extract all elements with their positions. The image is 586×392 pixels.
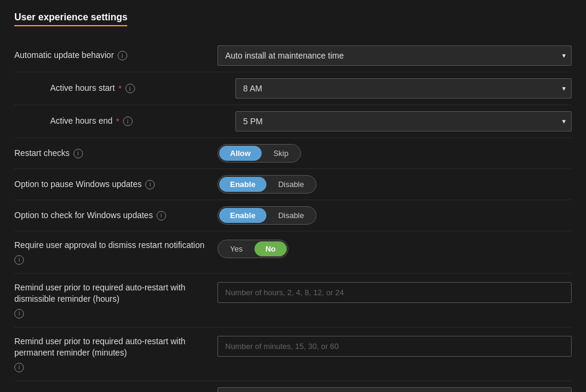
settings-row-automatic-update-behavior: Automatic update behavioriAuto install a… [14,39,572,72]
toggle-btn1-option-pause-updates[interactable]: Enable [219,177,266,192]
label-text-option-check-updates: Option to check for Windows updates [14,210,153,222]
toggle-group-restart-checks: AllowSkip [217,144,301,163]
label-col-active-hours-end: Active hours end*i [32,115,235,127]
toggle-btn2-restart-checks[interactable]: Skip [263,146,299,161]
required-star-active-hours-end: * [116,117,119,126]
text-input-remind-permanent[interactable] [217,336,572,357]
control-col-automatic-update-behavior: Auto install at maintenance timeNotify d… [217,45,572,66]
label-text-active-hours-start: Active hours start [50,82,115,94]
control-col-change-notification-level: Use the default Windows Update notificat… [217,387,572,392]
settings-row-restart-checks: Restart checksiAllowSkip [14,138,572,169]
info-icon-automatic-update-behavior[interactable]: i [118,51,127,60]
dropdown-wrapper-active-hours-start: 12 AM1 AM2 AM3 AM4 AM5 AM6 AM7 AM8 AM9 A… [235,78,572,99]
settings-row-option-pause-updates: Option to pause Windows updatesiEnableDi… [14,169,572,200]
label-col-option-pause-updates: Option to pause Windows updatesi [14,179,217,191]
info-icon-restart-checks[interactable]: i [73,149,83,158]
settings-container: Automatic update behavioriAuto install a… [14,39,572,392]
dropdown-automatic-update-behavior[interactable]: Auto install at maintenance timeNotify d… [217,45,572,66]
toggle-group-option-check-updates: EnableDisable [217,206,317,225]
control-col-require-user-approval: YesNo [217,240,572,258]
toggle-btn1-require-user-approval[interactable]: Yes [219,241,253,256]
settings-row-active-hours-start: Active hours start*i12 AM1 AM2 AM3 AM4 A… [14,72,572,105]
label-text-restart-checks: Restart checks [14,148,70,160]
control-col-remind-dismissible [217,282,572,303]
label-text-automatic-update-behavior: Automatic update behavior [14,50,114,62]
control-col-active-hours-end: 12 AM1 AM2 AM3 AM4 AM5 AM6 AM7 AM8 AM9 A… [235,111,572,131]
required-star-active-hours-start: * [118,84,121,93]
toggle-btn2-option-pause-updates[interactable]: Disable [268,177,315,192]
control-col-restart-checks: AllowSkip [217,144,572,163]
label-col-remind-dismissible: Remind user prior to required auto-resta… [14,282,217,318]
text-input-remind-dismissible[interactable] [217,282,572,303]
label-text-remind-dismissible: Remind user prior to required auto-resta… [14,282,208,305]
label-col-restart-checks: Restart checksi [14,148,217,160]
control-col-active-hours-start: 12 AM1 AM2 AM3 AM4 AM5 AM6 AM7 AM8 AM9 A… [235,78,572,99]
settings-row-option-check-updates: Option to check for Windows updatesiEnab… [14,200,572,231]
control-col-remind-permanent [217,336,572,357]
control-col-option-pause-updates: EnableDisable [217,175,572,194]
label-text-remind-permanent: Remind user prior to required auto-resta… [14,336,208,359]
info-icon-active-hours-start[interactable]: i [125,84,135,93]
dropdown-wrapper-active-hours-end: 12 AM1 AM2 AM3 AM4 AM5 AM6 AM7 AM8 AM9 A… [235,111,572,131]
dropdown-active-hours-end[interactable]: 12 AM1 AM2 AM3 AM4 AM5 AM6 AM7 AM8 AM9 A… [235,111,572,131]
info-icon-remind-dismissible[interactable]: i [14,309,24,318]
dropdown-change-notification-level[interactable]: Use the default Windows Update notificat… [217,387,572,392]
dropdown-wrapper-automatic-update-behavior: Auto install at maintenance timeNotify d… [217,45,572,66]
page-title: User experience settings [14,12,127,26]
label-text-active-hours-end: Active hours end [50,115,112,127]
label-col-automatic-update-behavior: Automatic update behaviori [14,50,217,62]
info-icon-require-user-approval[interactable]: i [14,255,24,265]
control-col-option-check-updates: EnableDisable [217,206,572,225]
toggle-group-option-pause-updates: EnableDisable [217,175,317,194]
dropdown-active-hours-start[interactable]: 12 AM1 AM2 AM3 AM4 AM5 AM6 AM7 AM8 AM9 A… [235,78,572,99]
settings-row-remind-permanent: Remind user prior to required auto-resta… [14,327,572,381]
label-col-option-check-updates: Option to check for Windows updatesi [14,210,217,222]
label-text-require-user-approval: Require user approval to dismiss restart… [14,240,204,252]
info-icon-option-pause-updates[interactable]: i [145,180,155,189]
settings-row-remind-dismissible: Remind user prior to required auto-resta… [14,274,572,327]
toggle-group-require-user-approval: YesNo [217,240,289,258]
toggle-btn1-option-check-updates[interactable]: Enable [219,208,266,223]
settings-row-change-notification-level: Change notification update leveliUse the… [14,381,572,392]
toggle-btn2-require-user-approval[interactable]: No [254,241,286,256]
dropdown-wrapper-change-notification-level: Use the default Windows Update notificat… [217,387,572,392]
toggle-btn1-restart-checks[interactable]: Allow [219,146,262,161]
label-col-active-hours-start: Active hours start*i [32,82,235,94]
info-icon-remind-permanent[interactable]: i [14,363,24,372]
label-col-require-user-approval: Require user approval to dismiss restart… [14,240,217,265]
label-col-remind-permanent: Remind user prior to required auto-resta… [14,336,217,372]
settings-row-active-hours-end: Active hours end*i12 AM1 AM2 AM3 AM4 AM5… [14,105,572,138]
toggle-btn2-option-check-updates[interactable]: Disable [268,208,315,223]
settings-row-require-user-approval: Require user approval to dismiss restart… [14,231,572,274]
info-icon-option-check-updates[interactable]: i [157,211,166,220]
label-text-option-pause-updates: Option to pause Windows updates [14,179,142,191]
info-icon-active-hours-end[interactable]: i [123,117,133,126]
